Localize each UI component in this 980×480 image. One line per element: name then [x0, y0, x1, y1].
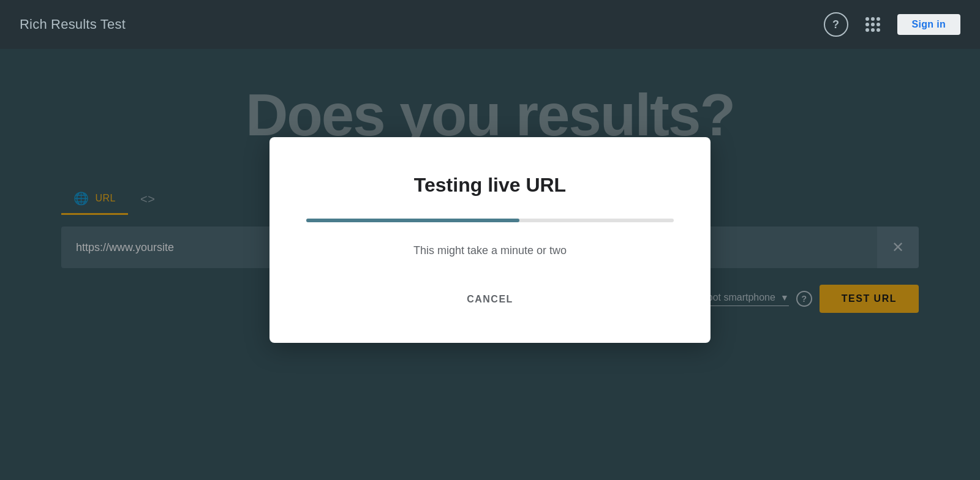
google-apps-button[interactable] — [861, 12, 885, 37]
modal-dialog: Testing live URL This might take a minut… — [270, 137, 710, 343]
header-actions: ? Sign in — [824, 12, 960, 37]
modal-overlay: Testing live URL This might take a minut… — [0, 49, 980, 480]
header: Rich Results Test ? Sign in — [0, 0, 980, 49]
modal-title: Testing live URL — [414, 174, 566, 197]
main-content: Does you results? 🌐 URL <> ✕ 📱 Googlebot… — [0, 49, 980, 480]
progress-fill — [306, 219, 519, 222]
question-icon: ? — [832, 18, 839, 31]
sign-in-button[interactable]: Sign in — [897, 14, 960, 35]
grid-icon — [865, 17, 880, 32]
progress-bar — [306, 219, 674, 222]
help-button[interactable]: ? — [824, 12, 848, 37]
app-title: Rich Results Test — [20, 17, 126, 32]
modal-subtitle: This might take a minute or two — [413, 244, 567, 257]
modal-cancel-button[interactable]: CANCEL — [452, 287, 528, 312]
